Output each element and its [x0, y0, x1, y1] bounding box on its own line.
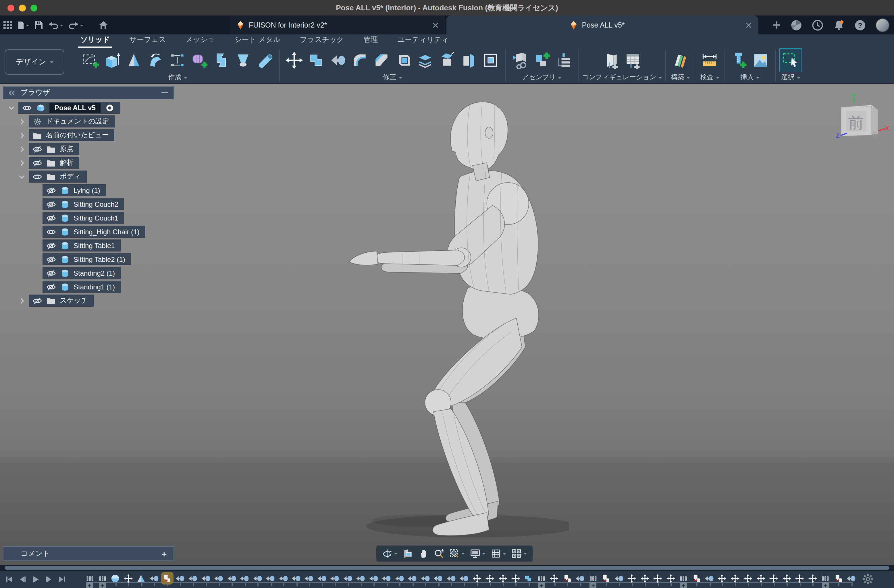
timeline-marker-moveface-7[interactable] [175, 574, 185, 583]
timeline-marker-moveface-5[interactable] [150, 574, 159, 583]
timeline-marker-moveface-23[interactable] [382, 574, 391, 583]
display-settings-tool[interactable] [470, 548, 485, 559]
go-to-start-button[interactable] [5, 575, 14, 584]
timeline-marker-move-3[interactable] [124, 574, 133, 583]
job-status-icon[interactable] [812, 19, 823, 31]
timeline-marker-move-32[interactable] [498, 574, 507, 583]
offset-face-icon[interactable] [414, 49, 436, 72]
split-body-icon[interactable] [436, 49, 458, 72]
timeline-marker-group-39[interactable] [589, 574, 598, 583]
visibility-off-icon[interactable] [32, 145, 42, 153]
go-to-end-button[interactable] [57, 575, 66, 584]
help-icon[interactable]: ? [854, 19, 866, 31]
timeline-marker-move-53[interactable] [769, 574, 779, 583]
timeline-marker-move-36[interactable] [550, 574, 559, 583]
timeline-marker-moveface-38[interactable] [576, 574, 585, 583]
minimize-window-button[interactable] [19, 4, 26, 11]
timeline-marker-moveface-12[interactable] [240, 574, 249, 583]
collapse-panel-icon[interactable] [9, 90, 15, 96]
loft-icon[interactable] [210, 49, 232, 72]
timeline-marker-moveface-18[interactable] [317, 574, 327, 583]
configure-icon[interactable] [600, 49, 622, 72]
shell-box-icon[interactable] [393, 49, 414, 72]
document-tab-pose-all-v5[interactable]: Pose ALL v5* [446, 15, 758, 35]
assemble-group-label[interactable]: アセンブリ [522, 73, 562, 81]
zoom-tool[interactable] [434, 548, 444, 559]
visibility-off-icon[interactable] [46, 214, 56, 222]
comments-panel[interactable]: コメント + [3, 546, 174, 561]
visibility-off-icon[interactable] [32, 296, 42, 305]
timeline-marker-group-35[interactable] [537, 574, 546, 583]
timeline-scrollbar-thumb[interactable] [5, 566, 889, 570]
timeline-marker-move-43[interactable] [640, 574, 649, 583]
chevron-down-icon[interactable] [8, 105, 15, 110]
ribbon-tab-5[interactable]: 管理 [363, 35, 378, 47]
chevron-right-icon[interactable] [18, 160, 25, 166]
timeline-marker-move-54[interactable] [782, 574, 791, 583]
timeline-marker-copybody-47[interactable] [692, 574, 701, 583]
insert-group-label[interactable]: 挿入 [740, 73, 759, 81]
close-tab-icon[interactable] [746, 22, 752, 28]
inspect-group-label[interactable]: 検査 [700, 73, 719, 81]
ribbon-tab-0[interactable]: ソリッド [80, 35, 110, 47]
step-forward-button[interactable] [44, 575, 53, 584]
timeline-marker-moveface-24[interactable] [395, 574, 404, 583]
browser-item-8[interactable]: Sitting Couch1 [42, 212, 145, 224]
timeline-marker-move-44[interactable] [653, 574, 662, 583]
timeline-marker-moveface-48[interactable] [705, 574, 714, 583]
timeline-marker-moveface-13[interactable] [253, 574, 262, 583]
timeline-marker-moveface-59[interactable] [847, 574, 856, 583]
browser-item-5[interactable]: ボディ [18, 170, 145, 182]
revolve-icon[interactable] [123, 49, 145, 72]
play-button[interactable] [31, 575, 40, 584]
timeline-marker-move-51[interactable] [743, 574, 753, 583]
ribbon-tab-1[interactable]: サーフェス [129, 35, 166, 47]
visibility-off-icon[interactable] [46, 186, 56, 194]
pose-mannequin-model[interactable] [339, 92, 569, 546]
timeline-marker-combine-34[interactable] [524, 574, 533, 583]
ribbon-tab-3[interactable]: シート メタル [234, 35, 280, 47]
browser-item-13[interactable]: Standing1 (1) [42, 281, 145, 293]
zoom-window-menu-caret[interactable] [461, 553, 465, 556]
chevron-right-icon[interactable] [18, 133, 25, 138]
app-grid-icon[interactable] [3, 21, 12, 29]
timeline-marker-moveface-22[interactable] [369, 574, 378, 583]
browser-item-7[interactable]: Sitting Couch2 [42, 198, 145, 210]
shell-offset-icon[interactable] [327, 49, 349, 72]
timeline-marker-group-0[interactable] [85, 574, 94, 583]
align-icon[interactable] [480, 49, 501, 72]
motion-study-icon[interactable] [553, 49, 575, 72]
joint-icon[interactable] [531, 49, 553, 72]
pipe-icon[interactable] [254, 49, 276, 72]
file-menu-button[interactable] [17, 20, 29, 30]
create-group-label[interactable]: 作成 [168, 73, 187, 81]
timeline-marker-copybody-58[interactable] [834, 574, 843, 583]
visibility-off-icon[interactable] [46, 200, 56, 208]
add-comment-button[interactable]: + [162, 549, 167, 558]
timeline-marker-move-55[interactable] [795, 574, 804, 583]
modify-group-label[interactable]: 修正 [383, 73, 402, 81]
close-tab-icon[interactable] [433, 22, 438, 28]
new-document-icon[interactable] [772, 21, 781, 29]
timeline-marker-copybody-40[interactable] [601, 574, 611, 583]
browser-item-4[interactable]: 解析 [18, 157, 145, 169]
browser-item-1[interactable]: ドキュメントの設定 [18, 115, 145, 128]
timeline-marker-moveface-14[interactable] [266, 574, 275, 583]
visibility-off-icon[interactable] [46, 269, 56, 277]
user-avatar[interactable] [876, 18, 889, 32]
grid-menu-caret[interactable] [503, 553, 506, 556]
insert-fastener-icon[interactable] [728, 49, 750, 72]
zoom-window-tool[interactable] [449, 548, 465, 559]
orbit-menu-caret[interactable] [394, 553, 397, 556]
create-form-icon[interactable] [189, 49, 210, 72]
sweep-icon[interactable] [145, 49, 167, 72]
timeline-marker-moveface-26[interactable] [421, 574, 430, 583]
visibility-on-icon[interactable] [32, 172, 42, 181]
web-icon[interactable] [232, 49, 254, 72]
timeline-marker-move-42[interactable] [627, 574, 636, 583]
visibility-on-icon[interactable] [46, 228, 56, 236]
zoom-window-button[interactable] [30, 4, 37, 11]
timeline-marker-moveface-9[interactable] [201, 574, 210, 583]
grid-snap-tool[interactable] [491, 548, 506, 559]
construct-group-label[interactable]: 構築 [671, 73, 690, 81]
